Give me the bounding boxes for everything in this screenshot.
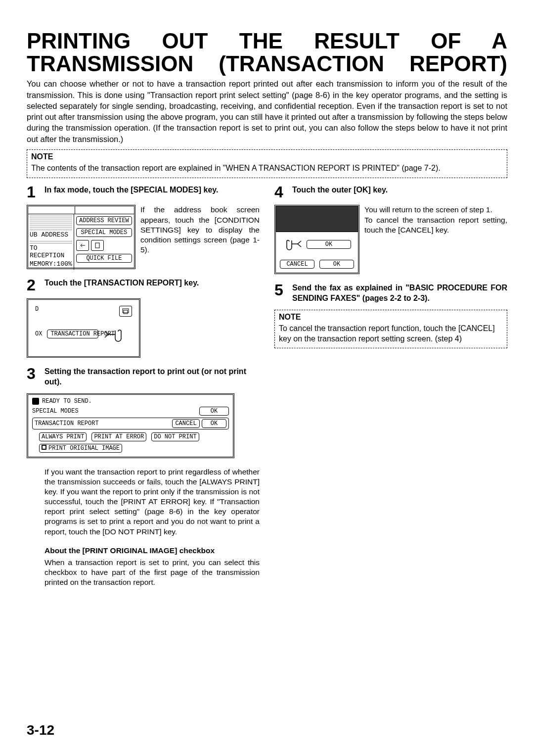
step-3-paragraph-2: When a transaction report is set to prin… xyxy=(44,558,260,587)
note-box-2: NOTE To cancel the transaction report fu… xyxy=(274,310,507,348)
print-original-image-label: PRINT ORIGINAL IMAGE xyxy=(48,445,120,452)
step-3-subhead: About the [PRINT ORIGINAL IMAGE] checkbo… xyxy=(44,546,260,556)
step-1-title: In fax mode, touch the [SPECIAL MODES] k… xyxy=(44,185,218,199)
hand-pointer-icon xyxy=(103,326,123,342)
back-icon[interactable] xyxy=(76,240,89,251)
label-special-modes: SPECIAL MODES xyxy=(32,408,79,415)
svg-rect-0 xyxy=(95,243,99,248)
label-to-reception: TO RECEPTION xyxy=(30,244,72,259)
step-number-4: 4 xyxy=(274,185,287,199)
ok-button-outer[interactable]: OK xyxy=(199,407,229,416)
ok-button-small[interactable]: OK xyxy=(319,260,354,269)
cancel-button-step4[interactable]: CANCEL xyxy=(280,260,314,269)
step-number-2: 2 xyxy=(27,278,40,292)
print-original-image-checkbox[interactable]: PRINT ORIGINAL IMAGE xyxy=(39,444,122,453)
step-4-side: You will return to the screen of step 1. xyxy=(364,205,507,215)
ok-button-inner[interactable]: OK xyxy=(202,419,226,428)
transaction-report-button[interactable]: TRANSACTION REPORT xyxy=(47,330,98,339)
address-review-button[interactable]: ADDRESS REVIEW xyxy=(76,216,132,225)
label-ready: READY TO SEND. xyxy=(42,398,92,405)
svg-rect-2 xyxy=(124,310,128,314)
screen-step4: OK CANCEL OK xyxy=(274,205,359,274)
do-not-print-button[interactable]: DO NOT PRINT xyxy=(151,432,199,441)
screen-step1: UB ADDRESS TO RECEPTION MEMORY:100% ADDR… xyxy=(27,205,135,269)
note-title-2: NOTE xyxy=(279,312,503,323)
checkbox-icon xyxy=(42,445,46,450)
step-2-title: Touch the [TRANSACTION REPORT] key. xyxy=(44,278,199,292)
note-box-1: NOTE The contents of the transaction rep… xyxy=(27,149,507,178)
label-memory: MEMORY:100% xyxy=(30,260,72,268)
step-number-3: 3 xyxy=(27,367,40,387)
phone-icon xyxy=(32,398,39,405)
step-number-1: 1 xyxy=(27,185,40,199)
step-3-title: Setting the transaction report to print … xyxy=(44,367,260,387)
label-d: D xyxy=(35,306,39,317)
ok-button-big[interactable]: OK xyxy=(307,240,351,249)
label-sub-address: UB ADDRESS xyxy=(30,231,72,238)
note-body: The contents of the transaction report a… xyxy=(31,163,503,174)
step-4-side-2: To cancel the transaction report setting… xyxy=(364,215,507,235)
thumbnail-icon xyxy=(30,215,72,230)
screen-step3: READY TO SEND. SPECIAL MODES OK TRANSACT… xyxy=(27,393,234,458)
page-number: 3-12 xyxy=(27,722,54,738)
cancel-button-step3[interactable]: CANCEL xyxy=(172,419,200,428)
step-4-title: Touch the outer [OK] key. xyxy=(292,185,388,199)
main-title-line2: TRANSMISSION (TRANSACTION REPORT) xyxy=(27,52,507,75)
step-3-paragraph: If you want the transaction report to pr… xyxy=(44,467,260,537)
hand-pointer-icon xyxy=(283,237,303,252)
step-1-side: If the address book screen appears, touc… xyxy=(140,205,260,255)
note-body-2: To cancel the transaction report functio… xyxy=(279,324,503,344)
main-title-line1: PRINTING OUT THE RESULT OF A xyxy=(27,30,507,52)
always-print-button[interactable]: ALWAYS PRINT xyxy=(39,432,87,441)
intro-paragraph: You can choose whether or not to have a … xyxy=(27,78,507,144)
doc-icon[interactable] xyxy=(91,240,104,251)
screen-step2: D OX TRANSACTION REPORT xyxy=(27,298,140,358)
print-at-error-button[interactable]: PRINT AT ERROR xyxy=(91,432,146,441)
label-ox: OX xyxy=(35,331,42,337)
step-5-title: Send the fax as explained in "BASIC PROC… xyxy=(292,283,507,304)
note-title: NOTE xyxy=(31,152,503,162)
quick-file-button[interactable]: QUICK FILE xyxy=(76,254,132,263)
transaction-report-label: TRANSACTION REPORT xyxy=(50,331,95,337)
step-number-5: 5 xyxy=(274,283,287,304)
label-transaction-report: TRANSACTION REPORT xyxy=(35,420,99,427)
printer-icon xyxy=(119,306,132,317)
thumbnail-icon xyxy=(30,239,72,243)
special-modes-button[interactable]: SPECIAL MODES xyxy=(76,228,132,237)
